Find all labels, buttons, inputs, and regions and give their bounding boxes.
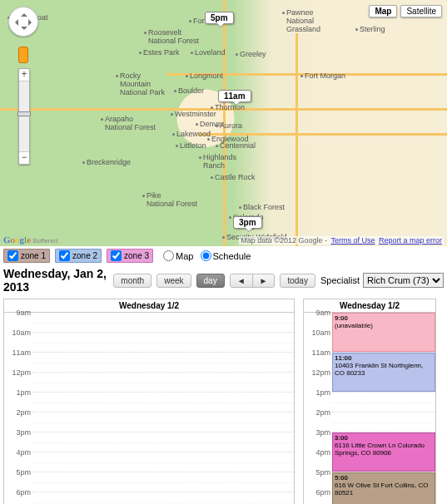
map-pan-control[interactable] <box>8 7 38 37</box>
time-label: 12pm <box>311 368 330 377</box>
time-label: 12pm <box>12 368 31 377</box>
hour-row[interactable] <box>32 313 294 333</box>
time-label: 2pm <box>16 408 31 417</box>
range-week-button[interactable]: week <box>156 274 191 288</box>
hour-row[interactable] <box>32 492 294 504</box>
map-type-satellite[interactable]: Satellite <box>400 5 442 17</box>
time-label: 11am <box>12 348 31 357</box>
time-label: 5pm <box>16 468 31 477</box>
calendar-event[interactable]: 9:00(unavailable) <box>332 313 435 352</box>
map-city-label: RockyMountainNational Park <box>120 72 165 96</box>
map-city-label: RooseveltNational Forest <box>148 28 199 45</box>
hour-row[interactable] <box>332 413 435 432</box>
specialist-select[interactable]: Rich Crum (73) <box>363 273 444 288</box>
calendar-header: Wednesday, Jan 2, 2013 month week day ◄ … <box>0 265 447 299</box>
map-marker[interactable]: 3pm <box>233 216 262 229</box>
main-day-calendar: Wednesday 1/2 9am10am11am12pm1pm2pm3pm4p… <box>3 299 295 504</box>
map-city-label: Centennial <box>220 141 256 150</box>
time-label: 6pm <box>315 488 330 497</box>
range-day-button[interactable]: day <box>196 274 225 288</box>
view-mode-schedule[interactable]: Schedule <box>201 250 251 261</box>
range-month-button[interactable]: month <box>113 274 151 288</box>
date-heading: Wednesday, Jan 2, 2013 <box>3 267 108 294</box>
zoom-slider-thumb[interactable] <box>17 111 31 116</box>
main-day-header: Wednesday 1/2 <box>4 299 294 313</box>
time-label: 5pm <box>315 468 330 477</box>
map-city-label: Longmont <box>190 72 223 80</box>
time-label: 4pm <box>16 448 31 457</box>
today-button[interactable]: today <box>280 274 315 288</box>
map-city-label: Lakewood <box>176 130 211 138</box>
zone-1-checkbox[interactable] <box>7 250 18 261</box>
specialist-day-grid[interactable]: 9:00(unavailable)11:0010403 Franklin St … <box>332 313 435 504</box>
map-city-label: Boulder <box>178 86 204 95</box>
map-city-label: Fort Morgan <box>305 72 345 80</box>
calendar-event[interactable]: 11:0010403 Franklin St Northglenn, CO 80… <box>332 353 435 392</box>
specialist-picker: Specialist Rich Crum (73) <box>320 273 444 288</box>
hour-row[interactable] <box>32 353 294 373</box>
map[interactable]: SteamboatSpringsRooseveltNational Forest… <box>0 0 447 246</box>
map-city-label: ArapahoNational Forest <box>105 115 156 131</box>
zoom-in-button[interactable]: + <box>19 69 29 81</box>
hour-row[interactable] <box>32 452 294 472</box>
hour-row[interactable] <box>32 472 294 492</box>
pan-right-icon[interactable] <box>28 19 35 26</box>
specialist-day-calendar: Wednesday 1/2 9am10am11am12pm1pm2pm3pm4p… <box>303 299 436 504</box>
map-zoom-control[interactable]: + − <box>18 68 30 165</box>
map-city-label: Littleton <box>180 141 206 150</box>
main-day-grid[interactable] <box>32 313 294 504</box>
zone-3-toggle[interactable]: zone 3 <box>107 249 153 263</box>
zoom-slider[interactable] <box>19 81 29 152</box>
zone-3-checkbox[interactable] <box>111 250 122 261</box>
time-label: 10am <box>12 329 31 337</box>
map-marker[interactable]: 11am <box>218 90 251 102</box>
zone-2-toggle[interactable]: zone 2 <box>55 249 102 263</box>
map-city-label: HighlandsRanch <box>203 153 236 170</box>
map-city-label: Aurora <box>220 121 242 130</box>
report-link[interactable]: Report a map error <box>379 236 442 245</box>
time-label: 9am <box>315 309 330 317</box>
calendar-event[interactable]: 3:006116 Little Crown Ln Colorado Spring… <box>332 432 435 472</box>
pan-left-icon[interactable] <box>12 19 18 26</box>
view-mode-map[interactable]: Map <box>163 250 193 261</box>
time-label: 4pm <box>315 448 330 457</box>
zone-2-checkbox[interactable] <box>59 250 70 261</box>
hour-row[interactable] <box>32 333 294 353</box>
hour-row[interactable] <box>332 393 435 413</box>
pan-down-icon[interactable] <box>21 27 27 33</box>
map-city-label: Westminster <box>175 110 216 118</box>
time-label: 1pm <box>16 388 31 397</box>
time-label: 11am <box>311 348 330 357</box>
time-label: 6pm <box>16 488 31 497</box>
time-label: 2pm <box>315 408 330 417</box>
map-type-map[interactable]: Map <box>369 5 397 17</box>
zone-1-toggle[interactable]: zone 1 <box>3 249 50 263</box>
prev-button[interactable]: ◄ <box>230 274 253 288</box>
time-label: 3pm <box>16 428 31 437</box>
specialist-label: Specialist <box>320 275 360 285</box>
pan-up-icon[interactable] <box>21 10 27 17</box>
zoom-out-button[interactable]: − <box>19 152 29 164</box>
view-mode-radio: Map Schedule <box>163 250 251 261</box>
time-label: 10am <box>311 329 330 337</box>
time-label: 3pm <box>315 428 330 437</box>
map-city-label: Breckenridge <box>87 158 131 166</box>
map-city-label: Sterling <box>360 25 385 33</box>
time-label: 9am <box>16 309 31 317</box>
hour-row[interactable] <box>32 393 294 413</box>
google-logo: Google Buffered <box>3 235 57 245</box>
zone-row: zone 1 zone 2 zone 3 Map Schedule <box>0 246 447 265</box>
map-type-toggle: Map Satellite <box>369 5 442 17</box>
terms-link[interactable]: Terms of Use <box>330 236 375 245</box>
hour-row[interactable] <box>32 373 294 393</box>
map-city-label: Black Forest <box>243 203 285 211</box>
calendar-event[interactable]: 5:00616 W Olive St Fort Collins, CO 8052… <box>332 472 435 504</box>
hour-row[interactable] <box>32 413 294 432</box>
map-marker[interactable]: 5pm <box>205 12 234 24</box>
time-label: 1pm <box>315 388 330 397</box>
map-city-label: Greeley <box>240 50 266 58</box>
hour-row[interactable] <box>32 432 294 452</box>
next-button[interactable]: ► <box>252 274 276 288</box>
map-city-label: Castle Rock <box>215 173 256 181</box>
pegman-icon[interactable] <box>18 47 28 63</box>
